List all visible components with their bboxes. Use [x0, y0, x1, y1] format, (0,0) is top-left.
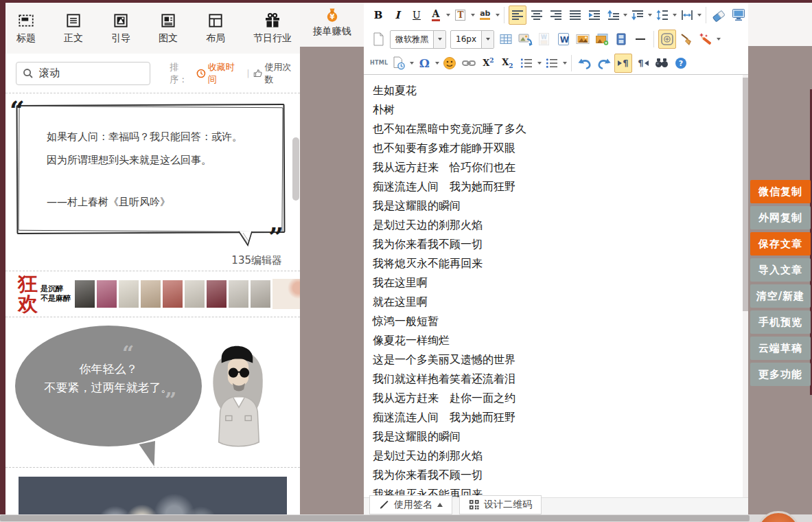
toolbar-row-2: 微软雅黑 16px W W — [364, 27, 748, 52]
space-before-icon — [607, 10, 620, 21]
emoji-button[interactable] — [441, 54, 459, 73]
format-eraser-button[interactable] — [710, 5, 728, 25]
insert-link-button[interactable] — [460, 54, 478, 73]
window-left-border — [0, 0, 5, 522]
tab-festival[interactable]: 节日行业 — [253, 12, 292, 45]
align-justify-button[interactable] — [566, 5, 584, 25]
preview-button[interactable] — [730, 5, 747, 25]
bold-button[interactable]: B — [369, 5, 387, 25]
font-family-select[interactable]: 微软雅黑 — [390, 30, 446, 49]
tab-body[interactable]: 正文 — [64, 12, 83, 45]
italic-button[interactable]: I — [388, 5, 406, 25]
template-item-banner[interactable]: 狂欢 是沉醉 不是麻醉 — [5, 271, 300, 317]
region-select-button[interactable] — [658, 30, 676, 49]
wechat-copy-button[interactable]: 微信复制 — [750, 180, 811, 203]
paragraph-space-after-button[interactable] — [629, 5, 647, 25]
page-horizontal-scrollbar-thumb[interactable] — [0, 515, 750, 521]
design-qrcode-button[interactable]: 设计二维码 — [459, 495, 542, 514]
tab-title[interactable]: 标题 — [16, 12, 36, 45]
banner-photo — [141, 280, 161, 308]
insert-video-button[interactable] — [612, 30, 630, 49]
unordered-list-caret[interactable] — [561, 54, 568, 72]
font-size-select[interactable]: 16px — [450, 30, 494, 49]
find-replace-button[interactable] — [653, 54, 671, 73]
indent-button[interactable] — [585, 5, 603, 25]
external-copy-button[interactable]: 外网复制 — [750, 206, 811, 229]
font-color-button[interactable]: A — [427, 5, 445, 25]
clear-new-button[interactable]: 清空/新建 — [750, 284, 811, 308]
unordered-list-button[interactable] — [543, 54, 561, 73]
sort-by-usage-count[interactable]: 使用次数 — [253, 61, 300, 86]
page-horizontal-scrollbar[interactable] — [0, 514, 812, 522]
superscript-button[interactable]: X2 — [479, 54, 497, 73]
letter-spacing-caret[interactable] — [697, 6, 702, 24]
underline-button[interactable]: U — [408, 5, 426, 25]
special-char-caret[interactable] — [434, 54, 440, 72]
auto-typeset-caret[interactable] — [715, 30, 721, 48]
template-item-bubble[interactable]: “ ” 你年轻么？ 不要紧，过两年就老了。 — [5, 317, 300, 468]
ordered-list-button[interactable] — [518, 54, 535, 73]
eraser-icon — [712, 8, 727, 23]
align-center-button[interactable] — [528, 5, 546, 25]
clear-format-button[interactable] — [677, 30, 695, 49]
import-article-button[interactable]: 导入文章 — [750, 258, 811, 282]
undo-button[interactable] — [576, 54, 594, 73]
search-input[interactable]: 滚动 — [16, 62, 150, 85]
insert-table-button[interactable] — [497, 30, 515, 49]
tab-layout[interactable]: 布局 — [206, 12, 225, 45]
editor-content[interactable]: 生如夏花朴树也不知在黑暗中究竟沉睡了多久也不知要有多难才能睁开双眼我从远方赶来 … — [364, 75, 743, 498]
font-border-caret[interactable] — [470, 6, 476, 24]
editor-scrollbar-track[interactable] — [743, 75, 748, 498]
subscript-button[interactable]: X2 — [498, 54, 516, 73]
align-right-button[interactable] — [547, 5, 565, 25]
word-import-button[interactable]: W — [555, 30, 572, 49]
horizontal-rule-button[interactable] — [631, 30, 649, 49]
font-color-caret[interactable] — [445, 6, 451, 24]
more-features-button[interactable]: 更多功能 — [750, 363, 811, 386]
snippet-caret[interactable] — [408, 54, 415, 72]
special-char-button[interactable]: Ω — [415, 54, 433, 73]
cloud-draft-button[interactable]: 云端草稿 — [750, 337, 811, 360]
tab-guide[interactable]: 引导 — [111, 12, 130, 45]
banner-subtitle-2: 不是麻醉 — [40, 294, 71, 304]
ltr-direction-button[interactable]: ¶ — [614, 54, 632, 73]
space-after-caret[interactable] — [647, 6, 653, 24]
screenshot-upload-button[interactable] — [516, 30, 534, 49]
template-item-quote[interactable]: “ ” 如果有人问：幸福吗？我只能回答：或许。 因为所谓理想到头来就是这么回事。… — [5, 93, 300, 271]
editor-line: 痴迷流连人间 我为她而狂野 — [373, 408, 743, 427]
font-family-caret[interactable] — [433, 31, 445, 48]
new-document-button[interactable] — [369, 30, 387, 49]
highlight-caret[interactable] — [495, 6, 500, 24]
ordered-list-caret[interactable] — [536, 54, 542, 72]
use-signature-button[interactable]: 使用签名 — [369, 495, 452, 514]
align-left-button[interactable] — [509, 5, 526, 25]
line-height-caret[interactable] — [672, 6, 677, 24]
sort-by-favorite-time[interactable]: 收藏时间 — [196, 61, 243, 86]
tabbar-spacer-right — [748, 3, 812, 46]
tab-image-text[interactable]: 图文 — [159, 12, 178, 45]
font-size-caret[interactable] — [481, 31, 494, 48]
sort-divider: | — [246, 68, 249, 78]
mobile-preview-button[interactable]: 手机预览 — [750, 310, 811, 334]
space-before-caret[interactable] — [623, 6, 629, 24]
insert-image-button[interactable] — [574, 30, 592, 49]
html-source-button[interactable]: HTML — [369, 54, 388, 73]
snippet-button[interactable] — [390, 54, 408, 73]
multi-image-button[interactable] — [593, 30, 611, 49]
highlight-button[interactable]: ab — [476, 5, 494, 25]
letter-spacing-button[interactable] — [678, 5, 696, 25]
toolbar-separator — [504, 7, 504, 23]
sidebar-scrollbar[interactable] — [292, 137, 299, 201]
rtl-direction-button[interactable]: ¶ — [634, 54, 651, 73]
paragraph-space-before-button[interactable] — [605, 5, 623, 25]
thumbs-up-icon — [253, 69, 263, 78]
save-article-button[interactable]: 保存文章 — [750, 232, 811, 256]
help-button[interactable]: ? — [672, 54, 690, 73]
font-border-button[interactable]: T — [452, 5, 469, 25]
redo-button[interactable] — [595, 54, 613, 73]
editor-scrollbar-thumb[interactable] — [743, 78, 748, 311]
line-height-button[interactable] — [653, 5, 671, 25]
tab-earn-money[interactable]: ¥ 接单赚钱 — [300, 7, 364, 38]
auto-typeset-button[interactable] — [697, 30, 715, 49]
word-image-button[interactable]: W — [535, 30, 553, 49]
